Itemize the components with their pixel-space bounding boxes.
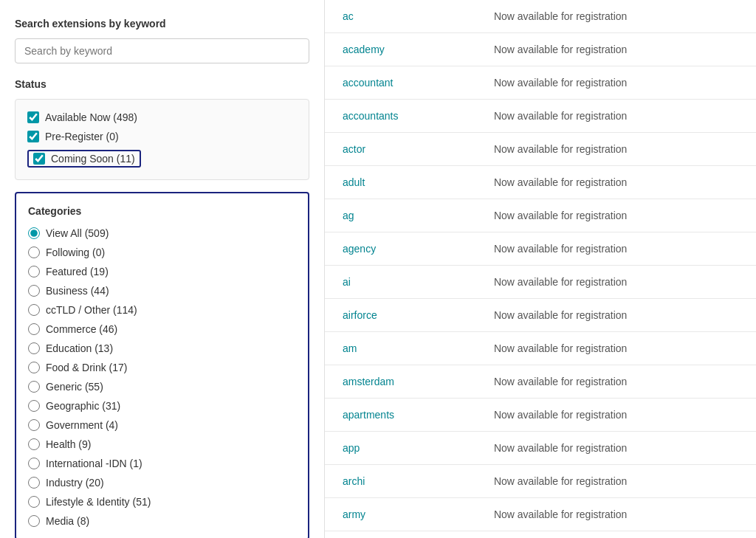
radio-label-geographic: Geographic (31) bbox=[46, 400, 120, 412]
radio-label-viewall: View All (509) bbox=[46, 227, 109, 239]
domain-link[interactable]: adult bbox=[343, 176, 365, 188]
table-row: amNow available for registration bbox=[325, 332, 756, 365]
domain-status: Now available for registration bbox=[476, 266, 756, 299]
checkbox-label-available: Available Now (498) bbox=[45, 111, 137, 123]
radio-item-media[interactable]: Media (8) bbox=[28, 515, 296, 527]
table-row: artNow available for registration bbox=[325, 531, 756, 539]
domain-link[interactable]: am bbox=[343, 342, 357, 354]
checkbox-label-preregister: Pre-Register (0) bbox=[45, 131, 119, 142]
radio-item-following[interactable]: Following (0) bbox=[28, 246, 296, 258]
radio-item-generic[interactable]: Generic (55) bbox=[28, 381, 296, 393]
radio-item-featured[interactable]: Featured (19) bbox=[28, 266, 296, 277]
radio-item-health[interactable]: Health (9) bbox=[28, 438, 296, 450]
domain-status: Now available for registration bbox=[476, 232, 756, 266]
search-section-title: Search extensions by keyword bbox=[15, 18, 309, 30]
domain-status: Now available for registration bbox=[476, 299, 756, 332]
domain-link[interactable]: app bbox=[343, 442, 360, 454]
radio-item-cctld[interactable]: ccTLD / Other (114) bbox=[28, 304, 296, 316]
radio-label-international: International -IDN (1) bbox=[46, 458, 142, 469]
table-row: armyNow available for registration bbox=[325, 498, 756, 531]
search-input[interactable] bbox=[15, 38, 309, 63]
checkbox-item-preregister[interactable]: Pre-Register (0) bbox=[27, 131, 297, 142]
domain-link[interactable]: accountants bbox=[343, 110, 399, 122]
radio-viewall[interactable] bbox=[28, 227, 40, 239]
left-panel: Search extensions by keyword Status Avai… bbox=[0, 0, 325, 538]
domain-status: Now available for registration bbox=[476, 199, 756, 232]
radio-label-fooddrink: Food & Drink (17) bbox=[46, 362, 127, 373]
domain-status: Now available for registration bbox=[476, 332, 756, 365]
domain-link[interactable]: army bbox=[343, 508, 365, 520]
radio-item-international[interactable]: International -IDN (1) bbox=[28, 458, 296, 469]
radio-item-fooddrink[interactable]: Food & Drink (17) bbox=[28, 362, 296, 373]
domain-link[interactable]: ac bbox=[343, 10, 354, 22]
table-row: academyNow available for registration bbox=[325, 33, 756, 66]
domain-link[interactable]: agency bbox=[343, 243, 376, 255]
domain-link[interactable]: ai bbox=[343, 276, 351, 288]
radio-label-government: Government (4) bbox=[46, 419, 118, 431]
domain-link[interactable]: amsterdam bbox=[343, 376, 394, 387]
radio-government[interactable] bbox=[28, 419, 40, 431]
table-row: agencyNow available for registration bbox=[325, 232, 756, 266]
radio-business[interactable] bbox=[28, 285, 40, 297]
domain-status: Now available for registration bbox=[476, 33, 756, 66]
radio-label-generic: Generic (55) bbox=[46, 381, 103, 393]
domain-status: Now available for registration bbox=[476, 100, 756, 133]
checkbox-available[interactable] bbox=[27, 111, 39, 123]
categories-title: Categories bbox=[28, 205, 296, 217]
radio-commerce[interactable] bbox=[28, 323, 40, 335]
domain-status: Now available for registration bbox=[476, 365, 756, 399]
domain-link[interactable]: ag bbox=[343, 210, 354, 221]
domain-link[interactable]: academy bbox=[343, 44, 385, 55]
radio-cctld[interactable] bbox=[28, 304, 40, 316]
checkbox-item-comingsoon[interactable]: Coming Soon (11) bbox=[27, 150, 141, 168]
radio-label-industry: Industry (20) bbox=[46, 477, 104, 489]
radio-generic[interactable] bbox=[28, 381, 40, 393]
table-row: aiNow available for registration bbox=[325, 266, 756, 299]
radio-media[interactable] bbox=[28, 515, 40, 527]
radio-lifestyle[interactable] bbox=[28, 496, 40, 508]
radio-label-following: Following (0) bbox=[46, 246, 105, 258]
radio-following[interactable] bbox=[28, 246, 40, 258]
checkbox-item-available[interactable]: Available Now (498) bbox=[27, 111, 297, 123]
radio-label-education: Education (13) bbox=[46, 342, 113, 354]
table-row: agNow available for registration bbox=[325, 199, 756, 232]
radio-item-commerce[interactable]: Commerce (46) bbox=[28, 323, 296, 335]
right-panel: acNow available for registrationacademyN… bbox=[325, 0, 756, 538]
domain-status: Now available for registration bbox=[476, 432, 756, 465]
radio-education[interactable] bbox=[28, 342, 40, 354]
radio-label-cctld: ccTLD / Other (114) bbox=[46, 304, 137, 316]
radio-item-government[interactable]: Government (4) bbox=[28, 419, 296, 431]
radio-international[interactable] bbox=[28, 458, 40, 469]
radio-featured[interactable] bbox=[28, 266, 40, 277]
domain-status: Now available for registration bbox=[476, 166, 756, 199]
table-row: archiNow available for registration bbox=[325, 465, 756, 498]
radio-fooddrink[interactable] bbox=[28, 362, 40, 373]
radio-health[interactable] bbox=[28, 438, 40, 450]
radio-item-lifestyle[interactable]: Lifestyle & Identity (51) bbox=[28, 496, 296, 508]
domain-link[interactable]: airforce bbox=[343, 309, 377, 321]
table-row: accountantNow available for registration bbox=[325, 66, 756, 100]
domain-link[interactable]: archi bbox=[343, 475, 365, 487]
radio-item-industry[interactable]: Industry (20) bbox=[28, 477, 296, 489]
domain-link[interactable]: actor bbox=[343, 143, 365, 155]
domain-status: Now available for registration bbox=[476, 498, 756, 531]
domain-link[interactable]: apartments bbox=[343, 409, 394, 421]
status-box: Available Now (498)Pre-Register (0)Comin… bbox=[15, 99, 309, 180]
checkbox-comingsoon[interactable] bbox=[33, 153, 45, 165]
table-row: adultNow available for registration bbox=[325, 166, 756, 199]
radio-item-viewall[interactable]: View All (509) bbox=[28, 227, 296, 239]
domain-status: Now available for registration bbox=[476, 465, 756, 498]
radio-label-media: Media (8) bbox=[46, 515, 89, 527]
radio-item-education[interactable]: Education (13) bbox=[28, 342, 296, 354]
radio-label-business: Business (44) bbox=[46, 285, 109, 297]
status-section-title: Status bbox=[15, 78, 309, 90]
checkbox-preregister[interactable] bbox=[27, 131, 39, 142]
radio-item-business[interactable]: Business (44) bbox=[28, 285, 296, 297]
radio-item-geographic[interactable]: Geographic (31) bbox=[28, 400, 296, 412]
radio-industry[interactable] bbox=[28, 477, 40, 489]
radio-geographic[interactable] bbox=[28, 400, 40, 412]
categories-box: Categories View All (509)Following (0)Fe… bbox=[15, 192, 309, 538]
checkbox-label-comingsoon: Coming Soon (11) bbox=[51, 153, 135, 165]
domain-link[interactable]: accountant bbox=[343, 77, 394, 89]
table-row: apartmentsNow available for registration bbox=[325, 399, 756, 432]
